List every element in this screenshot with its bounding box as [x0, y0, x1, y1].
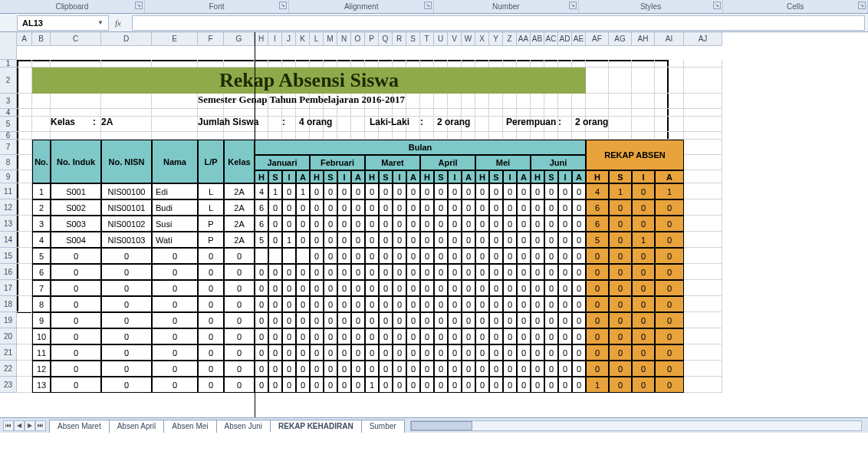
cell-month[interactable]: 0: [462, 328, 475, 344]
cell-month[interactable]: 0: [282, 280, 296, 296]
column-header[interactable]: M: [324, 32, 337, 45]
worksheet-area[interactable]: ABCDEFGHIJKLMNOPQRSTUVWXYZAAABACADAEAFAG…: [0, 32, 868, 433]
cell-month[interactable]: 0: [296, 216, 310, 232]
column-header[interactable]: U: [434, 32, 448, 45]
cell-month[interactable]: 0: [434, 312, 448, 328]
cell-nama[interactable]: 0: [152, 248, 198, 264]
cell-month[interactable]: 0: [393, 248, 406, 264]
cell-induk[interactable]: 0: [51, 344, 101, 361]
cell-no[interactable]: 12: [32, 361, 51, 377]
cell-nama[interactable]: Budi: [152, 199, 198, 216]
cell-nama[interactable]: Edi: [152, 183, 198, 199]
cell-month[interactable]: 0: [351, 377, 365, 393]
cell-month[interactable]: 0: [531, 232, 544, 248]
cell-no[interactable]: 5: [32, 248, 51, 264]
cell-month[interactable]: 0: [406, 248, 420, 264]
cell-month[interactable]: 0: [462, 248, 475, 264]
cell-month[interactable]: 0: [282, 344, 296, 361]
cell-month[interactable]: 0: [282, 264, 296, 280]
column-header[interactable]: B: [32, 32, 51, 45]
cell-month[interactable]: 0: [324, 216, 337, 232]
cell-month[interactable]: 0: [379, 328, 393, 344]
cell-month[interactable]: 0: [572, 361, 586, 377]
cell-month[interactable]: 0: [503, 216, 517, 232]
cell-month[interactable]: 0: [310, 216, 324, 232]
cell-month[interactable]: 0: [393, 296, 406, 312]
cell-month[interactable]: 0: [324, 344, 337, 361]
cell-rekap[interactable]: 0: [632, 328, 655, 344]
cell-month[interactable]: 0: [544, 216, 558, 232]
cell-month[interactable]: 0: [448, 361, 462, 377]
cell-month[interactable]: 0: [365, 328, 379, 344]
cell-month[interactable]: 0: [324, 377, 337, 393]
cell-month[interactable]: 0: [503, 361, 517, 377]
column-headers[interactable]: ABCDEFGHIJKLMNOPQRSTUVWXYZAAABACADAEAFAG…: [17, 32, 722, 46]
column-header[interactable]: AI: [655, 32, 684, 45]
cell-month[interactable]: 0: [475, 312, 489, 328]
cell-month[interactable]: 0: [517, 248, 531, 264]
cell-month[interactable]: 5: [255, 232, 268, 248]
sheet-tab[interactable]: Absen Juni: [216, 420, 271, 433]
cell-month[interactable]: 0: [531, 361, 544, 377]
cell-month[interactable]: 1: [296, 183, 310, 199]
cell-month[interactable]: 0: [544, 296, 558, 312]
cell-month[interactable]: 0: [351, 296, 365, 312]
cell-month[interactable]: 0: [434, 344, 448, 361]
cell-month[interactable]: 0: [310, 296, 324, 312]
cell-month[interactable]: 0: [379, 296, 393, 312]
cell-month[interactable]: 0: [462, 264, 475, 280]
cell-month[interactable]: 0: [420, 183, 434, 199]
cell-month[interactable]: 0: [531, 264, 544, 280]
cell-month[interactable]: 0: [365, 312, 379, 328]
cell-month[interactable]: 0: [365, 183, 379, 199]
cell-month[interactable]: 0: [503, 296, 517, 312]
cell-induk[interactable]: 0: [51, 377, 101, 393]
cell-month[interactable]: 0: [337, 183, 351, 199]
cell-month[interactable]: 0: [517, 199, 531, 216]
cell-month[interactable]: 0: [393, 280, 406, 296]
cell-month[interactable]: 0: [406, 280, 420, 296]
cell-month[interactable]: 0: [337, 232, 351, 248]
column-header[interactable]: E: [152, 32, 198, 45]
cell-month[interactable]: 0: [462, 377, 475, 393]
cell-month[interactable]: 0: [406, 264, 420, 280]
cell-month[interactable]: [255, 248, 268, 264]
cell-month[interactable]: 0: [448, 344, 462, 361]
cell-rekap[interactable]: 0: [609, 264, 632, 280]
cell-rekap[interactable]: 0: [655, 296, 684, 312]
cell-month[interactable]: 0: [531, 280, 544, 296]
cell-month[interactable]: 0: [282, 199, 296, 216]
cell-lp[interactable]: 0: [198, 344, 224, 361]
row-header[interactable]: 18: [0, 296, 16, 312]
cell-nisn[interactable]: 0: [101, 328, 152, 344]
column-header[interactable]: N: [337, 32, 351, 45]
tab-nav-buttons[interactable]: ⏮ ◀ ▶ ⏭: [3, 420, 46, 431]
cell-lp[interactable]: 0: [198, 312, 224, 328]
cell-month[interactable]: 0: [517, 328, 531, 344]
cell-month[interactable]: 0: [448, 199, 462, 216]
tab-nav-next-icon[interactable]: ▶: [25, 420, 35, 431]
cell-rekap[interactable]: 0: [655, 377, 684, 393]
cell-month[interactable]: 0: [489, 248, 503, 264]
cell-month[interactable]: 0: [462, 199, 475, 216]
cell-rekap[interactable]: 0: [632, 344, 655, 361]
cell-month[interactable]: 0: [434, 199, 448, 216]
cell-month[interactable]: 0: [558, 264, 572, 280]
cell-rekap[interactable]: 1: [632, 232, 655, 248]
cell-month[interactable]: 0: [393, 216, 406, 232]
cell-month[interactable]: 0: [282, 296, 296, 312]
cell-month[interactable]: 0: [268, 199, 282, 216]
cell-month[interactable]: 0: [255, 296, 268, 312]
cell-rekap[interactable]: 0: [655, 344, 684, 361]
cell-month[interactable]: 0: [282, 216, 296, 232]
cell-month[interactable]: 0: [544, 183, 558, 199]
cell-month[interactable]: 0: [337, 328, 351, 344]
row-header[interactable]: 3: [0, 94, 16, 109]
cell-month[interactable]: 0: [558, 328, 572, 344]
dialog-launcher-icon[interactable]: ↘: [424, 2, 432, 9]
cell-month[interactable]: 0: [531, 216, 544, 232]
cell-rekap[interactable]: 0: [655, 216, 684, 232]
cell-month[interactable]: 0: [544, 344, 558, 361]
cell-rekap[interactable]: 0: [632, 216, 655, 232]
cell-lp[interactable]: 0: [198, 377, 224, 393]
